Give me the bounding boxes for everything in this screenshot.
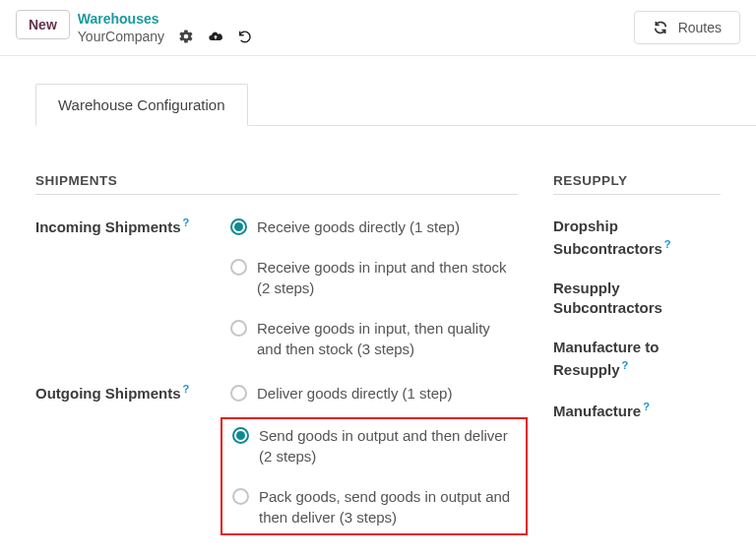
radio-label: Receive goods in input, then quality and… bbox=[257, 318, 518, 359]
label-outgoing-shipments: Outgoing Shipments? bbox=[35, 383, 222, 402]
help-icon[interactable]: ? bbox=[183, 217, 190, 228]
radio-label: Pack goods, send goods in output and the… bbox=[259, 486, 516, 527]
undo-icon[interactable] bbox=[237, 29, 253, 44]
new-button[interactable]: New bbox=[16, 10, 70, 39]
help-icon[interactable]: ? bbox=[664, 238, 671, 250]
cloud-upload-icon[interactable] bbox=[208, 29, 223, 44]
resupply-manufacture-to-resupply: Manufacture to Resupply? bbox=[553, 338, 721, 380]
radio-dot-icon bbox=[230, 385, 247, 402]
highlight-box: Send goods in output and then deliver (2… bbox=[220, 417, 528, 535]
gear-icon[interactable] bbox=[178, 29, 194, 44]
radio-label: Deliver goods directly (1 step) bbox=[257, 383, 452, 403]
radio-incoming-1step[interactable]: Receive goods directly (1 step) bbox=[230, 217, 518, 237]
help-icon[interactable]: ? bbox=[183, 383, 190, 395]
radio-outgoing-3steps[interactable]: Pack goods, send goods in output and the… bbox=[232, 486, 516, 527]
tab-warehouse-config[interactable]: Warehouse Configuration bbox=[35, 84, 248, 126]
section-title-shipments: SHIPMENTS bbox=[35, 173, 518, 195]
section-title-resupply: RESUPPLY bbox=[553, 173, 721, 195]
radio-label: Receive goods in input and then stock (2… bbox=[257, 257, 518, 298]
radio-incoming-3steps[interactable]: Receive goods in input, then quality and… bbox=[230, 318, 518, 359]
radio-dot-icon bbox=[230, 218, 247, 235]
radio-outgoing-2steps[interactable]: Send goods in output and then deliver (2… bbox=[232, 425, 516, 466]
radio-dot-icon bbox=[232, 488, 249, 505]
radio-label: Send goods in output and then deliver (2… bbox=[259, 425, 516, 466]
radio-dot-icon bbox=[230, 259, 247, 276]
radio-dot-icon bbox=[230, 320, 247, 337]
radio-label: Receive goods directly (1 step) bbox=[257, 217, 460, 237]
radio-incoming-2steps[interactable]: Receive goods in input and then stock (2… bbox=[230, 257, 518, 298]
resupply-dropship-subcontractors: Dropship Subcontractors? bbox=[553, 217, 721, 259]
breadcrumb: Warehouses YourCompany bbox=[78, 10, 253, 45]
label-incoming-shipments: Incoming Shipments? bbox=[35, 217, 222, 235]
breadcrumb-current: YourCompany bbox=[78, 28, 164, 45]
radio-outgoing-1step[interactable]: Deliver goods directly (1 step) bbox=[230, 383, 518, 403]
help-icon[interactable]: ? bbox=[643, 401, 650, 412]
help-icon[interactable]: ? bbox=[622, 359, 629, 371]
refresh-icon bbox=[653, 20, 668, 35]
breadcrumb-parent[interactable]: Warehouses bbox=[78, 10, 253, 28]
radio-dot-icon bbox=[232, 427, 249, 444]
resupply-resupply-subcontractors: Resupply Subcontractors bbox=[553, 279, 721, 319]
resupply-manufacture: Manufacture? bbox=[553, 400, 721, 421]
routes-label: Routes bbox=[678, 20, 722, 35]
routes-button[interactable]: Routes bbox=[634, 11, 740, 44]
